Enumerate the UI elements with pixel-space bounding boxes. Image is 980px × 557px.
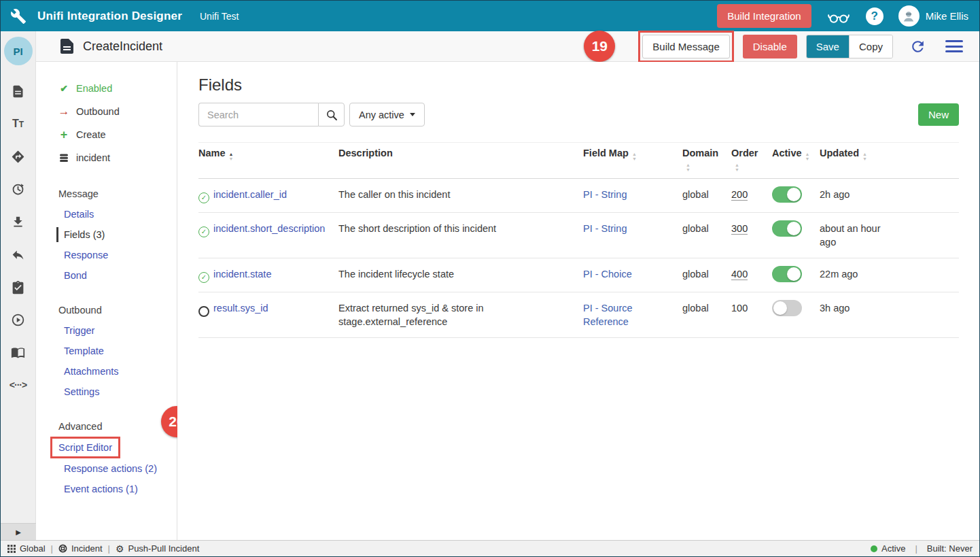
sort-icon: ▲▼ bbox=[632, 152, 637, 161]
order-value[interactable]: 400 bbox=[731, 269, 748, 280]
field-updated: 2h ago bbox=[820, 188, 909, 201]
sort-asc-icon: ▲▼ bbox=[229, 152, 234, 161]
field-map-link[interactable]: PI - String bbox=[583, 223, 627, 234]
nav-item-script-editor[interactable]: Script Editor bbox=[58, 439, 112, 456]
field-name-link[interactable]: incident.state bbox=[213, 269, 271, 280]
field-updated: 3h ago bbox=[820, 301, 909, 315]
nav-item-settings[interactable]: Settings bbox=[64, 382, 177, 402]
directions-icon[interactable] bbox=[9, 147, 28, 166]
caret-down-icon bbox=[410, 113, 415, 116]
download-icon[interactable] bbox=[9, 212, 28, 231]
col-header-order[interactable]: Order▲▼ bbox=[731, 148, 772, 172]
reply-icon[interactable] bbox=[9, 245, 28, 264]
field-updated: 22m ago bbox=[820, 267, 909, 281]
table-row: ✓incident.short_description The short de… bbox=[198, 213, 959, 258]
field-map-link[interactable]: PI - Choice bbox=[583, 269, 632, 280]
play-icon[interactable] bbox=[9, 310, 28, 329]
table-row: ✓incident.state The incident lifecycle s… bbox=[198, 258, 959, 292]
menu-icon[interactable] bbox=[945, 40, 963, 52]
search-icon bbox=[326, 109, 338, 121]
nav-item-details[interactable]: Details bbox=[64, 204, 177, 224]
user-name: Mike Ellis bbox=[926, 10, 968, 22]
process-selector[interactable]: ⚙ Push-Pull Incident bbox=[116, 543, 199, 554]
active-toggle[interactable] bbox=[772, 186, 802, 203]
field-description: The short description of this incident bbox=[338, 222, 583, 235]
col-header-description[interactable]: Description bbox=[338, 148, 583, 158]
plus-icon: + bbox=[58, 130, 69, 139]
built-status: Built: Never bbox=[927, 543, 973, 554]
field-map-link[interactable]: PI - Source Reference bbox=[583, 303, 633, 327]
row-status-icon: ✓ bbox=[198, 192, 209, 203]
field-name-link[interactable]: incident.caller_id bbox=[213, 189, 287, 200]
nav-item-trigger[interactable]: Trigger bbox=[64, 320, 177, 341]
order-value[interactable]: 200 bbox=[731, 189, 748, 201]
field-domain: global bbox=[682, 222, 731, 235]
sort-icon: ▲▼ bbox=[686, 163, 690, 172]
book-icon[interactable] bbox=[9, 343, 28, 362]
field-updated: about an hour ago bbox=[820, 222, 909, 249]
expand-sidebar-button[interactable]: ▶ bbox=[1, 523, 36, 540]
text-icon[interactable]: TT bbox=[9, 114, 28, 133]
code-icon[interactable]: <···> bbox=[9, 375, 28, 394]
col-header-name[interactable]: Name▲▼ bbox=[198, 148, 338, 161]
row-status-icon: ✓ bbox=[198, 272, 209, 283]
lifering-icon bbox=[58, 544, 67, 553]
disable-button[interactable]: Disable bbox=[743, 35, 797, 58]
task-icon[interactable] bbox=[9, 277, 28, 297]
nav-item-bond[interactable]: Bond bbox=[64, 265, 177, 286]
documentation-icon[interactable] bbox=[9, 82, 28, 101]
col-header-domain[interactable]: Domain▲▼ bbox=[682, 148, 731, 172]
nav-item-event-actions[interactable]: Event actions (1) bbox=[64, 479, 177, 499]
field-domain: global bbox=[682, 301, 731, 315]
fields-panel: Fields Any active New Name▲▼ Description… bbox=[177, 62, 979, 540]
user-avatar-icon bbox=[898, 5, 920, 27]
table-row: ✓result.sys_id Extract returned sys_id &… bbox=[198, 292, 959, 338]
field-name-link[interactable]: result.sys_id bbox=[213, 303, 268, 314]
annotation-box-build-message: Build Message bbox=[638, 31, 733, 63]
search-input[interactable] bbox=[198, 103, 318, 126]
row-status-icon: ✓ bbox=[198, 226, 209, 237]
build-message-button[interactable]: Build Message bbox=[642, 35, 729, 58]
order-value[interactable]: 300 bbox=[731, 223, 748, 235]
sort-icon: ▲▼ bbox=[735, 163, 739, 172]
nav-item-response-actions[interactable]: Response actions (2) bbox=[64, 458, 177, 479]
col-header-active[interactable]: Active▲▼ bbox=[772, 148, 820, 161]
col-header-field-map[interactable]: Field Map▲▼ bbox=[583, 148, 682, 161]
database-icon bbox=[58, 153, 69, 163]
field-map-link[interactable]: PI - String bbox=[583, 189, 627, 200]
glasses-icon[interactable] bbox=[826, 8, 851, 24]
nav-item-response[interactable]: Response bbox=[64, 245, 177, 265]
annotation-box-script-editor: Script Editor bbox=[50, 437, 120, 458]
check-icon: ✔ bbox=[58, 83, 69, 94]
col-header-updated[interactable]: Updated▲▼ bbox=[820, 148, 909, 161]
active-toggle[interactable] bbox=[772, 300, 802, 316]
copy-button[interactable]: Copy bbox=[849, 35, 892, 58]
save-button[interactable]: Save bbox=[807, 35, 849, 58]
refresh-icon[interactable] bbox=[909, 38, 926, 55]
integration-selector[interactable]: Incident bbox=[58, 543, 103, 554]
nav-item-attachments[interactable]: Attachments bbox=[64, 361, 177, 382]
domain-selector[interactable]: Global bbox=[7, 543, 46, 554]
nav-section-message: Message bbox=[58, 184, 177, 204]
status-direction: → Outbound bbox=[58, 100, 177, 123]
panel-title: Fields bbox=[198, 75, 959, 95]
build-integration-button[interactable]: Build Integration bbox=[717, 4, 811, 28]
user-menu[interactable]: Mike Ellis bbox=[898, 5, 968, 27]
field-description: Extract returned sys_id & store in stage… bbox=[338, 301, 583, 328]
active-toggle[interactable] bbox=[772, 220, 802, 237]
history-icon[interactable] bbox=[9, 180, 28, 199]
new-field-button[interactable]: New bbox=[918, 103, 959, 126]
field-name-link[interactable]: incident.short_description bbox=[213, 223, 325, 234]
integration-avatar[interactable]: PI bbox=[4, 37, 33, 65]
active-filter-dropdown[interactable]: Any active bbox=[349, 103, 425, 126]
help-icon[interactable]: ? bbox=[866, 7, 883, 25]
active-toggle[interactable] bbox=[772, 266, 802, 282]
search-button[interactable] bbox=[318, 103, 345, 126]
field-domain: global bbox=[682, 188, 731, 201]
order-value[interactable]: 100 bbox=[731, 303, 748, 314]
nav-item-template[interactable]: Template bbox=[64, 341, 177, 361]
app-window: Unifi Integration Designer Unifi Test Bu… bbox=[0, 0, 980, 557]
nav-item-fields[interactable]: Fields (3) bbox=[64, 224, 177, 245]
message-nav: ✔ Enabled → Outbound + Create incident M… bbox=[36, 62, 177, 540]
workspace-name: Unifi Test bbox=[200, 11, 239, 22]
